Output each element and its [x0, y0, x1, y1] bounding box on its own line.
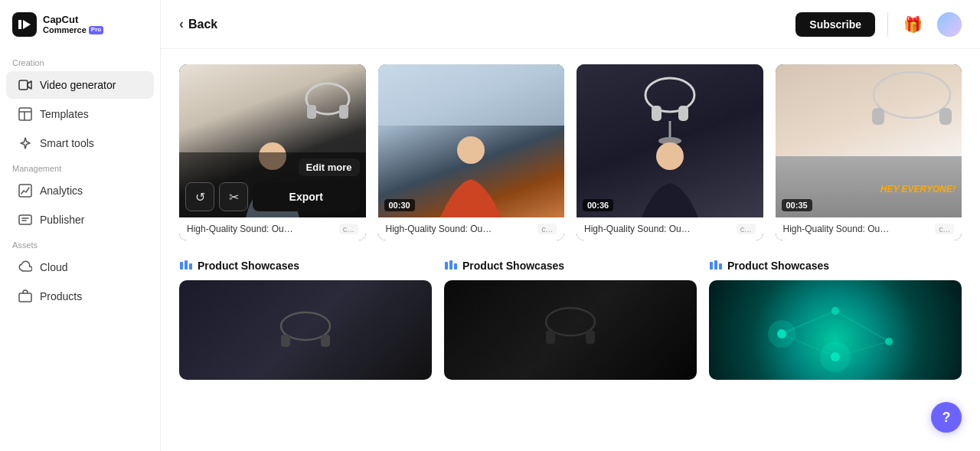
svg-point-42	[831, 307, 839, 315]
showcase-thumb-2	[444, 280, 697, 380]
sidebar: CapCut Commerce Pro Creation Video gener…	[0, 0, 161, 451]
logo: CapCut Commerce Pro	[0, 12, 160, 52]
showcase-card-1[interactable]	[179, 280, 432, 380]
svg-point-45	[768, 320, 795, 348]
sidebar-item-analytics-label: Analytics	[40, 185, 83, 197]
svg-rect-36	[719, 263, 722, 270]
duration-badge-4: 00:35	[782, 199, 812, 211]
logo-capcut-text: CapCut	[43, 15, 103, 25]
avatar-image	[937, 12, 962, 37]
video-grid: Edit more ↺ ✂ Export High-Quality Sound:…	[179, 64, 962, 240]
content-area: Edit more ↺ ✂ Export High-Quality Sound:…	[161, 49, 980, 451]
svg-rect-30	[454, 263, 457, 270]
avatar[interactable]	[937, 12, 962, 37]
card-info-2: High-Quality Sound: Our hea... c...	[378, 217, 565, 240]
svg-rect-35	[714, 260, 717, 270]
video-card-4[interactable]: HEY EVERYONE! 00:35 High-Quality Sound: …	[776, 64, 962, 240]
sidebar-item-products[interactable]: Products	[6, 283, 154, 310]
card-title-4: High-Quality Sound: Our hea...	[783, 224, 890, 234]
video-thumbnail-2: 00:30	[378, 64, 565, 217]
video-thumbnail-4: HEY EVERYONE! 00:35	[776, 64, 962, 217]
pro-badge: Pro	[89, 26, 103, 34]
showcase-label-1: Product Showcases	[179, 259, 432, 273]
sidebar-item-analytics[interactable]: Analytics	[6, 177, 154, 204]
svg-rect-2	[19, 108, 31, 120]
card-tag-3: c...	[737, 224, 756, 234]
card-info-3: High-Quality Sound: Our hea... c...	[577, 217, 763, 240]
showcase-section-3: Product Showcases	[709, 259, 962, 380]
back-button[interactable]: ‹ Back	[179, 16, 217, 32]
svg-rect-21	[939, 108, 952, 125]
headphone-dark-2	[540, 302, 601, 352]
hey-badge: HEY EVERYONE!	[880, 184, 956, 194]
showcase-icon-2	[444, 259, 458, 273]
logo-commerce-text: Commerce Pro	[43, 25, 103, 34]
headphone-stand	[639, 72, 701, 149]
card-info-4: High-Quality Sound: Our hea... c...	[776, 217, 962, 240]
svg-line-38	[835, 311, 889, 342]
section-management: Management	[0, 158, 160, 176]
header-divider	[887, 12, 888, 37]
sidebar-item-video-generator[interactable]: Video generator	[6, 71, 154, 99]
svg-rect-26	[281, 335, 290, 347]
showcase-card-3[interactable]	[709, 280, 962, 380]
svg-point-18	[656, 142, 684, 170]
video-thumbnail-3: 00:36	[577, 64, 763, 217]
showcase-thumb-3	[709, 280, 962, 380]
svg-rect-10	[339, 105, 348, 119]
card-tag-1: c...	[339, 224, 358, 234]
svg-rect-32	[546, 330, 555, 344]
edit-overlay: Edit more ↺ ✂ Export	[179, 152, 366, 217]
export-button[interactable]: Export	[253, 182, 360, 211]
video-card-2[interactable]: 00:30 High-Quality Sound: Our hea... c..…	[378, 64, 565, 240]
showcase-thumb-1	[179, 280, 432, 380]
video-thumbnail-1: Edit more ↺ ✂ Export	[179, 64, 366, 217]
back-arrow-icon: ‹	[179, 16, 184, 32]
svg-rect-34	[710, 262, 713, 270]
header-right: Subscribe 🎁	[795, 12, 962, 37]
edit-more-label: Edit more	[299, 159, 360, 176]
products-icon	[18, 289, 32, 303]
showcase-section-2: Product Showcases	[444, 259, 697, 380]
showcase-label-3: Product Showcases	[709, 259, 962, 273]
showcase-icon-3	[709, 259, 723, 273]
svg-rect-1	[19, 80, 28, 90]
header: ‹ Back Subscribe 🎁	[161, 0, 980, 49]
sidebar-item-publisher[interactable]: Publisher	[6, 206, 154, 234]
capcut-logo-icon	[12, 12, 37, 37]
card-title-2: High-Quality Sound: Our hea...	[386, 224, 493, 234]
help-button[interactable]: ?	[931, 402, 962, 433]
svg-rect-24	[189, 263, 192, 270]
svg-point-43	[885, 338, 893, 345]
refresh-button[interactable]: ↺	[185, 182, 214, 211]
subscribe-button[interactable]: Subscribe	[795, 12, 875, 37]
smart-tools-icon	[18, 136, 32, 150]
card-tag-4: c...	[935, 224, 954, 234]
svg-rect-14	[652, 106, 662, 121]
video-card-1[interactable]: Edit more ↺ ✂ Export High-Quality Sound:…	[179, 64, 366, 240]
gift-icon[interactable]: 🎁	[900, 12, 925, 37]
card-title-1: High-Quality Sound: Our hea...	[187, 224, 294, 234]
video-card-3[interactable]: 00:36 High-Quality Sound: Our hea... c..…	[577, 64, 763, 240]
showcase-icon-1	[179, 259, 193, 273]
svg-rect-7	[19, 293, 31, 302]
product-showcases-row: Product Showcases	[179, 259, 962, 380]
thumb-bg-top	[378, 64, 565, 126]
headphone-decoration	[301, 76, 354, 129]
scissors-button[interactable]: ✂	[219, 182, 248, 211]
card-actions: ↺ ✂ Export	[185, 182, 360, 211]
video-generator-icon	[18, 78, 32, 92]
svg-rect-5	[19, 185, 31, 197]
sidebar-item-smart-tools[interactable]: Smart tools	[6, 129, 154, 157]
svg-rect-6	[19, 215, 31, 224]
showcase-card-2[interactable]	[444, 280, 697, 380]
sidebar-item-templates[interactable]: Templates	[6, 100, 154, 128]
sidebar-item-cloud[interactable]: Cloud	[6, 253, 154, 281]
section-creation: Creation	[0, 52, 160, 70]
sidebar-item-publisher-label: Publisher	[40, 214, 84, 226]
card-info-1: High-Quality Sound: Our hea... c...	[179, 217, 366, 240]
svg-rect-28	[445, 262, 448, 270]
headphone-flat	[866, 68, 958, 129]
sidebar-item-templates-label: Templates	[40, 108, 89, 120]
section-assets: Assets	[0, 234, 160, 253]
